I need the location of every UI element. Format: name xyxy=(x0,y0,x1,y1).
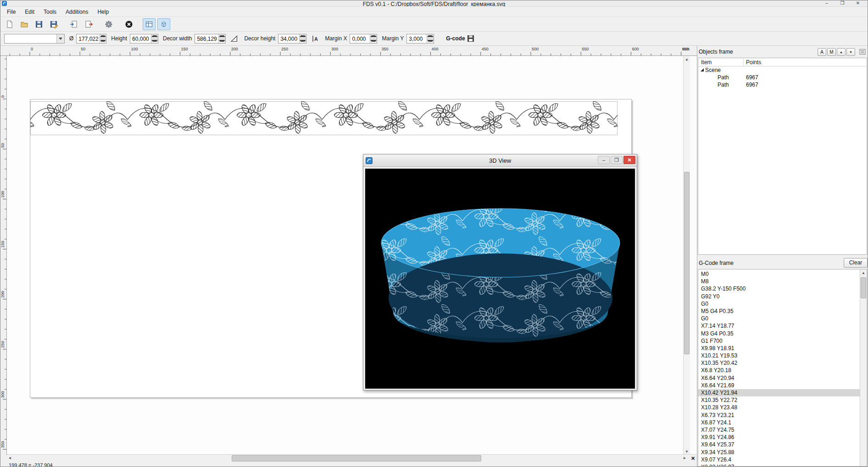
gcode-line[interactable]: M3 G4 P0.35 xyxy=(698,330,860,337)
spin-up-button[interactable] xyxy=(427,34,434,38)
3d-viewport[interactable] xyxy=(365,169,635,389)
objects-m-button[interactable]: M xyxy=(827,48,836,56)
canvas-vertical-scrollbar[interactable]: ▲ ▼ xyxy=(683,56,690,454)
decor-width-value[interactable]: 586,129 xyxy=(195,34,218,43)
gcode-line[interactable]: X6.8 Y20.18 xyxy=(698,367,860,374)
3d-close-button[interactable]: ✕ xyxy=(623,156,635,164)
minimize-button[interactable]: – xyxy=(820,0,834,6)
scroll-right-button[interactable]: ► xyxy=(681,455,689,462)
height-value[interactable]: 60,000 xyxy=(130,34,151,43)
tree-row[interactable]: Path6967 xyxy=(698,74,867,81)
menu-help[interactable]: Help xyxy=(93,7,113,16)
gcode-line[interactable]: X9.91 Y24.86 xyxy=(698,434,860,441)
margin-x-spinner[interactable]: 0,000 xyxy=(350,34,377,44)
move-down-button[interactable]: ▼ xyxy=(846,48,855,56)
save-button[interactable] xyxy=(33,18,45,30)
gcode-line[interactable]: X6.73 Y23.21 xyxy=(698,412,860,419)
spin-down-button[interactable] xyxy=(300,38,306,43)
menu-additions[interactable]: Additions xyxy=(61,7,93,16)
margin-y-value[interactable]: 3,000 xyxy=(407,34,427,43)
spin-down-button[interactable] xyxy=(219,38,225,43)
gcode-line[interactable]: X9.07 Y26.4 xyxy=(698,456,860,463)
objects-a-button[interactable]: A xyxy=(818,48,826,56)
save-as-button[interactable] xyxy=(47,18,60,30)
expander-icon[interactable] xyxy=(701,68,704,71)
3d-view-window[interactable]: 3D View – ❐ ✕ xyxy=(363,154,637,390)
gcode-line-selected[interactable]: X10.42 Y21.94 xyxy=(698,389,860,396)
margin-y-spinner[interactable]: 3,000 xyxy=(406,34,434,44)
horizontal-scroll-thumb[interactable] xyxy=(232,455,481,462)
export-button[interactable] xyxy=(82,18,95,30)
menu-tools[interactable]: Tools xyxy=(39,7,61,16)
gcode-scroll-thumb[interactable] xyxy=(861,277,866,298)
gcode-line[interactable]: X6.87 Y24.1 xyxy=(698,419,860,426)
gcode-line[interactable]: M5 G4 P0.35 xyxy=(698,308,860,315)
gcode-line[interactable]: X9.64 Y25.37 xyxy=(698,441,860,448)
scroll-down-button[interactable]: ▼ xyxy=(684,448,690,454)
spin-down-button[interactable] xyxy=(151,38,158,43)
gcode-line[interactable]: X10.35 Y20.42 xyxy=(698,359,860,367)
height-spinner[interactable]: 60,000 xyxy=(130,34,158,44)
gcode-line[interactable]: M0 xyxy=(698,270,860,278)
open-file-button[interactable] xyxy=(18,18,31,30)
gcode-line[interactable]: X10.35 Y22.72 xyxy=(698,396,860,404)
combobox-dropdown-button[interactable] xyxy=(56,34,64,43)
clear-gcode-button[interactable]: Clear xyxy=(844,258,868,268)
spin-down-button[interactable] xyxy=(427,38,434,43)
decor-height-spinner[interactable]: 34,000 xyxy=(278,34,306,44)
preset-combobox[interactable] xyxy=(4,34,65,44)
vertical-scroll-thumb[interactable] xyxy=(684,172,690,354)
close-button[interactable]: ✕ xyxy=(851,0,865,6)
gcode-scroll-up-button[interactable]: ▲ xyxy=(860,269,867,276)
scroll-left-button[interactable]: ◄ xyxy=(6,455,14,462)
gcode-line[interactable]: M8 xyxy=(698,278,860,285)
gcode-scrollbar[interactable]: ▲ xyxy=(860,269,867,466)
toggle-frames-button[interactable] xyxy=(143,18,156,30)
gcode-line[interactable]: X6.64 Y20.94 xyxy=(698,374,860,382)
decor-height-value[interactable]: 34,000 xyxy=(278,34,299,43)
margin-x-value[interactable]: 0,000 xyxy=(350,34,370,43)
gcode-line[interactable]: G0 xyxy=(698,315,860,322)
3d-minimize-button[interactable]: – xyxy=(598,156,610,164)
objects-list-button[interactable] xyxy=(858,48,867,56)
gcode-line[interactable]: X9.98 Y18.91 xyxy=(698,345,860,352)
tree-row[interactable]: Path6967 xyxy=(698,81,867,88)
gcode-line[interactable]: X7.14 Y18.77 xyxy=(698,322,860,330)
maximize-button[interactable]: ❐ xyxy=(835,0,849,6)
decor-width-spinner[interactable]: 586,129 xyxy=(195,34,226,44)
spin-up-button[interactable] xyxy=(151,34,158,38)
gcode-export-button[interactable]: G-code xyxy=(444,35,474,42)
gcode-line[interactable]: G92 Y0 xyxy=(698,293,860,300)
spin-up-button[interactable] xyxy=(370,34,377,38)
menu-edit[interactable]: Edit xyxy=(20,7,39,16)
3d-maximize-button[interactable]: ❐ xyxy=(611,156,623,164)
gcode-line[interactable]: G1 F700 xyxy=(698,337,860,345)
scroll-corner-button[interactable]: ✕ xyxy=(689,455,697,462)
gcode-line[interactable]: X9.34 Y25.88 xyxy=(698,449,860,456)
3d-window-titlebar[interactable]: 3D View – ❐ ✕ xyxy=(363,154,637,167)
toggle-3d-view-button[interactable] xyxy=(157,18,170,30)
drawing-canvas[interactable]: 3D View – ❐ ✕ xyxy=(7,56,690,454)
gcode-line[interactable]: G0 xyxy=(698,300,860,308)
canvas-horizontal-scrollbar[interactable]: ◄ ► ✕ xyxy=(0,454,697,462)
new-file-button[interactable] xyxy=(3,18,16,30)
diameter-spinner[interactable]: 177,022 xyxy=(76,34,106,44)
stop-button[interactable] xyxy=(122,18,135,30)
spin-down-button[interactable] xyxy=(100,38,106,43)
menu-file[interactable]: File xyxy=(2,7,20,16)
spin-up-button[interactable] xyxy=(219,34,225,38)
import-button[interactable] xyxy=(67,18,80,30)
tree-row[interactable]: Scene xyxy=(698,66,867,74)
text-align-tool-button[interactable]: A xyxy=(309,33,320,44)
spin-up-button[interactable] xyxy=(100,34,106,38)
gcode-line[interactable]: X6.64 Y21.69 xyxy=(698,382,860,389)
move-up-button[interactable]: ▲ xyxy=(837,48,846,56)
gcode-line[interactable]: X10.28 Y23.48 xyxy=(698,404,860,411)
scroll-up-button[interactable]: ▲ xyxy=(684,56,690,63)
gcode-line[interactable]: X8.83 Y26.97 xyxy=(698,463,860,466)
settings-button[interactable] xyxy=(102,18,115,30)
gcode-line[interactable]: G38.2 Y-150 F500 xyxy=(698,285,860,292)
angle-tool-button[interactable] xyxy=(228,33,239,44)
gcode-line[interactable]: X10.21 Y19.53 xyxy=(698,352,860,359)
spin-up-button[interactable] xyxy=(300,34,306,38)
